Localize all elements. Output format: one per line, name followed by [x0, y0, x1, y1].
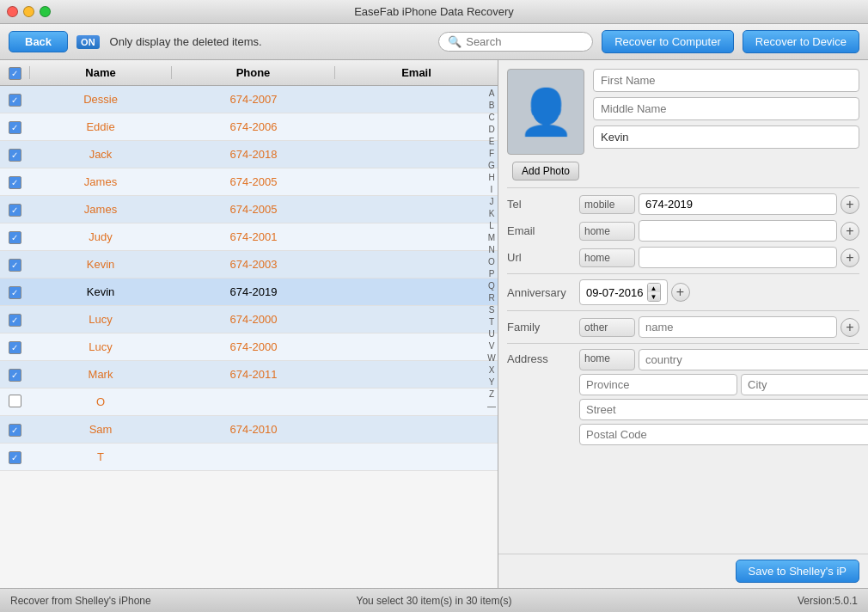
- alpha-letter[interactable]: Z: [487, 389, 496, 401]
- url-type[interactable]: home: [579, 248, 635, 267]
- alpha-letter[interactable]: P: [487, 268, 496, 280]
- checkbox-unchecked[interactable]: [9, 395, 21, 407]
- stepper-up[interactable]: ▲: [648, 284, 660, 292]
- table-row[interactable]: ✓Lucy674-2000: [0, 306, 498, 334]
- table-row[interactable]: ✓T: [0, 444, 498, 471]
- alpha-letter[interactable]: X: [487, 364, 496, 376]
- postal-input[interactable]: [579, 424, 868, 445]
- alpha-letter[interactable]: Y: [487, 376, 496, 389]
- row-checkbox[interactable]: ✓: [0, 423, 29, 437]
- middle-name-field[interactable]: [593, 97, 859, 120]
- url-input[interactable]: [639, 247, 837, 268]
- alpha-letter[interactable]: —: [487, 401, 496, 413]
- alpha-letter[interactable]: G: [487, 160, 496, 172]
- row-checkbox[interactable]: ✓: [0, 368, 29, 382]
- alpha-letter[interactable]: Q: [487, 280, 496, 292]
- row-checkbox[interactable]: ✓: [0, 313, 29, 327]
- select-all-checkbox[interactable]: ✓: [9, 67, 21, 80]
- checkbox-checked[interactable]: ✓: [9, 451, 21, 464]
- row-checkbox[interactable]: ✓: [0, 258, 29, 272]
- alpha-letter[interactable]: M: [487, 232, 496, 244]
- table-row[interactable]: ✓Mark674-2011: [0, 361, 498, 389]
- recover-to-device-button[interactable]: Recover to Device: [743, 30, 859, 53]
- save-button[interactable]: Save to Shelley's iP: [736, 560, 860, 583]
- table-row[interactable]: O: [0, 389, 498, 416]
- checkbox-checked[interactable]: ✓: [9, 94, 21, 107]
- table-row[interactable]: ✓James674-2005: [0, 196, 498, 223]
- anniversary-add-button[interactable]: +: [671, 283, 690, 302]
- alpha-letter[interactable]: B: [487, 100, 496, 112]
- checkbox-checked[interactable]: ✓: [9, 204, 21, 217]
- table-row[interactable]: ✓Jack674-2018: [0, 141, 498, 168]
- checkbox-checked[interactable]: ✓: [9, 341, 21, 354]
- alpha-letter[interactable]: H: [487, 172, 496, 184]
- table-row[interactable]: ✓Eddie674-2006: [0, 113, 498, 141]
- alpha-letter[interactable]: L: [487, 220, 496, 232]
- checkbox-checked[interactable]: ✓: [9, 424, 21, 437]
- tel-input[interactable]: [639, 193, 837, 215]
- street-input[interactable]: [579, 399, 868, 420]
- table-row[interactable]: ✓Dessie674-2007: [0, 86, 498, 113]
- back-button[interactable]: Back: [9, 31, 68, 52]
- alpha-letter[interactable]: C: [487, 112, 496, 124]
- search-input[interactable]: [466, 35, 584, 48]
- url-add-button[interactable]: +: [840, 248, 859, 267]
- minimize-button[interactable]: [23, 6, 34, 17]
- table-row[interactable]: ✓Kevin674-2003: [0, 251, 498, 278]
- add-photo-button[interactable]: Add Photo: [512, 162, 579, 181]
- row-checkbox[interactable]: ✓: [0, 230, 29, 244]
- table-row[interactable]: ✓Lucy674-2000: [0, 334, 498, 361]
- country-input[interactable]: [639, 349, 868, 370]
- alpha-letter[interactable]: U: [487, 328, 496, 340]
- alpha-letter[interactable]: K: [487, 208, 496, 220]
- table-row[interactable]: ✓Judy674-2001: [0, 223, 498, 251]
- recover-to-computer-button[interactable]: Recover to Computer: [602, 30, 734, 53]
- checkbox-checked[interactable]: ✓: [9, 369, 21, 382]
- alpha-letter[interactable]: V: [487, 340, 496, 352]
- row-checkbox[interactable]: [0, 395, 29, 410]
- checkbox-checked[interactable]: ✓: [9, 149, 21, 162]
- alpha-letter[interactable]: F: [487, 148, 496, 160]
- tel-add-button[interactable]: +: [840, 195, 859, 214]
- row-checkbox[interactable]: ✓: [0, 175, 29, 189]
- row-checkbox[interactable]: ✓: [0, 340, 29, 354]
- alpha-letter[interactable]: I: [487, 184, 496, 196]
- city-input[interactable]: [741, 374, 868, 395]
- alpha-letter[interactable]: S: [487, 304, 496, 316]
- tel-type[interactable]: mobile: [579, 195, 635, 214]
- family-type[interactable]: other: [579, 318, 635, 337]
- toggle-on[interactable]: ON: [76, 35, 100, 49]
- close-button[interactable]: [7, 6, 18, 17]
- alpha-letter[interactable]: A: [487, 88, 496, 100]
- table-row[interactable]: ✓Sam674-2010: [0, 416, 498, 444]
- province-input[interactable]: [579, 374, 737, 395]
- email-type[interactable]: home: [579, 222, 635, 241]
- row-checkbox[interactable]: ✓: [0, 93, 29, 107]
- row-checkbox[interactable]: ✓: [0, 285, 29, 299]
- row-checkbox[interactable]: ✓: [0, 203, 29, 217]
- checkbox-checked[interactable]: ✓: [9, 121, 21, 134]
- first-name-field[interactable]: [593, 69, 859, 92]
- last-name-field[interactable]: [593, 125, 859, 149]
- email-input[interactable]: [639, 220, 837, 242]
- date-stepper[interactable]: ▲ ▼: [647, 283, 661, 302]
- checkbox-checked[interactable]: ✓: [9, 176, 21, 189]
- alpha-letter[interactable]: E: [487, 136, 496, 148]
- table-row[interactable]: ✓Kevin674-2019: [0, 278, 498, 306]
- alpha-letter[interactable]: D: [487, 124, 496, 136]
- checkbox-checked[interactable]: ✓: [9, 286, 21, 299]
- alpha-letter[interactable]: J: [487, 196, 496, 208]
- address-type[interactable]: home: [579, 349, 635, 370]
- alpha-letter[interactable]: W: [487, 352, 496, 364]
- family-name-input[interactable]: [639, 316, 837, 338]
- alpha-letter[interactable]: R: [487, 292, 496, 304]
- row-checkbox[interactable]: ✓: [0, 450, 29, 464]
- stepper-down[interactable]: ▼: [648, 292, 660, 301]
- row-checkbox[interactable]: ✓: [0, 120, 29, 134]
- email-add-button[interactable]: +: [840, 222, 859, 241]
- alpha-letter[interactable]: N: [487, 244, 496, 256]
- row-checkbox[interactable]: ✓: [0, 148, 29, 162]
- checkbox-checked[interactable]: ✓: [9, 231, 21, 244]
- table-row[interactable]: ✓James674-2005: [0, 168, 498, 196]
- checkbox-checked[interactable]: ✓: [9, 259, 21, 272]
